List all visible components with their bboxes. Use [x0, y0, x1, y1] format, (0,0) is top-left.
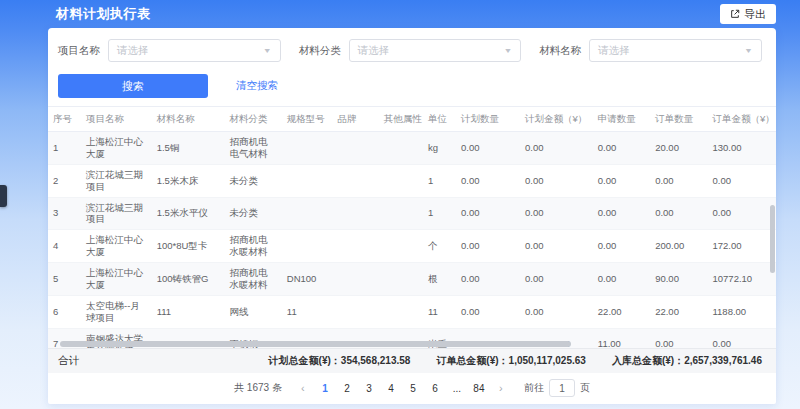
- table-cell: 6: [48, 295, 81, 328]
- page-number-button[interactable]: 84: [470, 379, 488, 397]
- table-cell: [333, 295, 379, 328]
- page-number-button[interactable]: 1: [316, 379, 334, 397]
- table-cell: 11: [423, 295, 456, 328]
- table-cell: 1: [48, 132, 81, 165]
- table-header-cell: 订单数量: [650, 107, 707, 132]
- table-cell: [379, 132, 423, 165]
- table-cell: 网线: [224, 295, 281, 328]
- clear-search-link[interactable]: 清空搜索: [236, 79, 278, 93]
- goto-page: 前往 页: [524, 379, 590, 397]
- table-cell: DN100: [282, 263, 333, 296]
- filter-group-material-name: 材料名称 请选择 ▼: [539, 39, 762, 62]
- material-name-label: 材料名称: [539, 44, 581, 58]
- table-cell: 0.00: [708, 164, 777, 197]
- goto-page-input[interactable]: [549, 379, 575, 397]
- table-cell: 招商机电电气材料: [224, 132, 281, 165]
- table-cell: 111: [152, 295, 225, 328]
- page-number-button[interactable]: 6: [426, 379, 444, 397]
- table-cell: 22.00: [650, 295, 707, 328]
- table-cell: 根: [423, 263, 456, 296]
- table-row[interactable]: 4上海松江中心大厦100*8U型卡招商机电水暖材料个0.000.000.0020…: [48, 230, 776, 263]
- table-header-cell: 订单金额（¥）: [708, 107, 777, 132]
- table-cell: 100铸铁管G: [152, 263, 225, 296]
- table-cell: 172.00: [708, 230, 777, 263]
- page-number-button[interactable]: 4: [382, 379, 400, 397]
- next-page-button[interactable]: ›: [492, 379, 510, 397]
- table-cell: 100*8U型卡: [152, 230, 225, 263]
- table-cell: 0.00: [593, 263, 650, 296]
- table-cell: [282, 132, 333, 165]
- export-button[interactable]: 导出: [720, 4, 776, 24]
- table-header-cell: 项目名称: [81, 107, 152, 132]
- table-cell: 20.00: [650, 132, 707, 165]
- horizontal-scrollbar-thumb[interactable]: [60, 341, 571, 347]
- material-name-placeholder: 请选择: [598, 44, 744, 58]
- search-button[interactable]: 搜索: [58, 74, 208, 98]
- table-cell: 个: [423, 230, 456, 263]
- table-cell: [379, 164, 423, 197]
- project-name-placeholder: 请选择: [117, 44, 263, 58]
- table-cell: 5: [48, 263, 81, 296]
- sidebar-collapse-tab[interactable]: [0, 185, 7, 207]
- prev-page-button[interactable]: ‹: [294, 379, 312, 397]
- vertical-scrollbar-thumb[interactable]: [770, 205, 775, 273]
- table-header-cell: 计划金额（¥）: [520, 107, 593, 132]
- table-cell: 0.00: [456, 263, 520, 296]
- table-cell: [282, 230, 333, 263]
- table-cell: [379, 230, 423, 263]
- table-cell: 4: [48, 230, 81, 263]
- table-cell: 未分类: [224, 164, 281, 197]
- table-cell: 130.00: [708, 132, 777, 165]
- table-body: 1上海松江中心大厦1.5铜招商机电电气材料kg0.000.000.0020.00…: [48, 132, 776, 349]
- table-cell: 0.00: [520, 197, 593, 230]
- table-header-cell: 申请数量: [593, 107, 650, 132]
- table-cell: 0.00: [456, 164, 520, 197]
- table-row[interactable]: 5上海松江中心大厦100铸铁管G招商机电水暖材料DN100根0.000.000.…: [48, 263, 776, 296]
- summary-items: 计划总金额(¥)：354,568,213.58 订单总金额(¥)：1,050,1…: [269, 354, 762, 368]
- table-cell: 200.00: [650, 230, 707, 263]
- vertical-scrollbar[interactable]: [770, 107, 775, 348]
- table-cell: 0.00: [593, 132, 650, 165]
- table-cell: 0.00: [520, 263, 593, 296]
- table-cell: 0.00: [456, 197, 520, 230]
- goto-label: 前往: [524, 381, 544, 395]
- project-name-select[interactable]: 请选择 ▼: [108, 39, 281, 62]
- chevron-down-icon: ▼: [744, 47, 753, 55]
- page-number-button[interactable]: 2: [338, 379, 356, 397]
- table-cell: 招商机电水暖材料: [224, 230, 281, 263]
- table-cell: 未分类: [224, 197, 281, 230]
- table-cell: 滨江花城三期项目: [81, 164, 152, 197]
- table-header-cell: 计划数量: [456, 107, 520, 132]
- chevron-down-icon: ▼: [263, 47, 272, 55]
- main-card: 项目名称 请选择 ▼ 材料分类 请选择 ▼ 材料名称 请选择 ▼ 搜索 清空搜索: [48, 28, 776, 404]
- material-category-select[interactable]: 请选择 ▼: [349, 39, 522, 62]
- table-cell: 1.5米木床: [152, 164, 225, 197]
- table-cell: [333, 230, 379, 263]
- page-number-button[interactable]: 5: [404, 379, 422, 397]
- page-ellipsis[interactable]: ...: [448, 379, 466, 397]
- table-cell: 0.00: [520, 164, 593, 197]
- table-row[interactable]: 3滨江花城三期项目1.5米水平仪未分类10.000.000.000.000.00: [48, 197, 776, 230]
- table-cell: 0.00: [593, 230, 650, 263]
- table-cell: 0.00: [593, 164, 650, 197]
- page-number-list: 123456...84: [316, 379, 488, 397]
- project-name-label: 项目名称: [58, 44, 100, 58]
- table-header-cell: 序号: [48, 107, 81, 132]
- page-title: 材料计划执行表: [56, 5, 151, 23]
- table-cell: [379, 197, 423, 230]
- filter-section: 项目名称 请选择 ▼ 材料分类 请选择 ▼ 材料名称 请选择 ▼: [48, 28, 776, 68]
- table-cell: 1188.00: [708, 295, 777, 328]
- table-cell: 0.00: [593, 197, 650, 230]
- table-cell: 上海松江中心大厦: [81, 263, 152, 296]
- export-button-label: 导出: [744, 7, 766, 22]
- table-header-cell: 单位: [423, 107, 456, 132]
- table-row[interactable]: 6太空电梯--月球项目111网线11110.000.0022.0022.0011…: [48, 295, 776, 328]
- table-row[interactable]: 1上海松江中心大厦1.5铜招商机电电气材料kg0.000.000.0020.00…: [48, 132, 776, 165]
- table-row[interactable]: 2滨江花城三期项目1.5米木床未分类10.000.000.000.000.00: [48, 164, 776, 197]
- material-category-label: 材料分类: [299, 44, 341, 58]
- material-name-select[interactable]: 请选择 ▼: [589, 39, 762, 62]
- horizontal-scrollbar[interactable]: [52, 341, 772, 347]
- page-number-button[interactable]: 3: [360, 379, 378, 397]
- table-cell: 0.00: [650, 164, 707, 197]
- table-cell: [282, 197, 333, 230]
